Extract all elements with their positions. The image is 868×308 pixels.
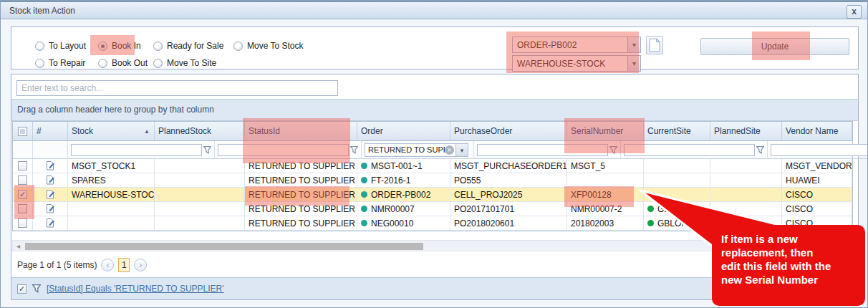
edit-icon[interactable] [46,189,55,200]
radio-to-repair[interactable]: To Repair [35,56,85,70]
update-button[interactable]: Update [700,38,849,55]
order-status-dot [361,191,367,198]
page-current[interactable]: 1 [118,258,130,272]
cell-value: MSGT_5 [571,161,605,171]
cell-order: FT-2016-1 [357,173,450,188]
radio-icon [35,59,44,68]
chevron-down-icon[interactable]: ▾ [627,56,640,71]
chevron-down-icon[interactable]: ▾ [627,37,640,52]
column-header-label: StatusId [249,126,280,136]
radio-label: Book Out [112,58,148,68]
cell-value: PO2017101701 [454,204,514,214]
filter-funnel-icon[interactable] [609,146,617,154]
callout-note: If item is a new replacement, then edit … [712,225,865,306]
column-header-purchaseOrder[interactable]: PurchaseOrder [450,122,567,141]
column-header-vendor[interactable]: Vendor Name [782,122,852,141]
column-header-currentSite[interactable]: CurrentSite [644,122,710,141]
row-edit-cell [33,216,68,231]
cell-currentSite [644,159,710,173]
warehouse-dropdown[interactable]: WAREHOUSE-STOCK ▾ [512,55,641,72]
radio-icon [233,42,243,51]
cell-value: MSGT_PURCHASEORDER1 [454,161,567,171]
warehouse-dropdown-value: WAREHOUSE-STOCK [513,59,627,69]
radio-ready-for-sale[interactable]: Ready for Sale [153,39,223,53]
cell-stock [68,216,155,231]
filter-cell-num [33,141,68,159]
column-header-cb[interactable] [13,122,33,141]
new-document-button[interactable] [646,36,663,54]
column-header-label: CurrentSite [647,126,691,136]
filter-funnel-icon[interactable] [203,146,211,154]
filter-cell-order [474,141,621,159]
radio-book-out[interactable]: Book Out [98,56,148,70]
edit-icon[interactable] [46,160,55,171]
filter-cell-statusId: RETURNED TO SUPP×▾ [362,141,474,159]
cell-value: RETURNED TO SUPPLIER [249,204,355,214]
filter-funnel-icon[interactable] [350,146,358,154]
column-header-order[interactable]: Order [357,122,450,141]
radio-selected-icon [98,42,107,51]
select-all-checkbox[interactable] [18,127,27,136]
radio-to-layout[interactable]: To Layout [35,39,86,53]
row-checkbox[interactable]: ✓ [18,190,27,199]
filter-expression-link[interactable]: [StatusId] Equals 'RETURNED TO SUPPLIER' [47,284,224,294]
cell-order: NEG00010 [357,216,450,231]
page-title: Stock item Action [9,6,75,16]
cell-order: MSGT-001~1 [357,159,450,173]
pager-summary: Page 1 of 1 (5 items) [17,260,97,270]
chevron-down-icon[interactable]: ▾ [456,143,468,157]
edit-icon[interactable] [46,203,55,214]
cell-value: RETURNED TO SUPPLIER [249,175,355,186]
row-checkbox[interactable] [18,218,27,228]
order-dropdown-value: ORDER-PB002 [513,40,627,50]
column-header-label: Order [361,126,383,136]
column-header-num[interactable]: # [33,122,68,141]
filter-input-purchaseOrder[interactable] [624,144,755,156]
radio-book-in[interactable]: Book In [98,39,141,53]
page-prev-button[interactable]: ‹ [101,259,114,271]
row-checkbox[interactable] [18,175,27,185]
row-checkbox[interactable] [18,161,27,170]
column-header-statusId[interactable]: StatusId [245,122,357,141]
order-status-dot [361,177,367,183]
radio-icon [35,42,44,51]
new-document-icon [649,38,660,52]
row-edit-cell [33,173,68,188]
order-dropdown[interactable]: ORDER-PB002 ▾ [512,37,641,53]
scroll-left-icon[interactable]: ◂ [13,242,24,250]
page-next-button[interactable]: › [134,259,147,271]
group-by-bar[interactable]: Drag a column header here to group by th… [11,99,858,121]
radio-move-to-site[interactable]: Move To Site [153,56,216,70]
filter-input-stock[interactable] [71,144,202,156]
grid-filter-row: RETURNED TO SUPP×▾ [13,141,852,159]
order-status-dot [361,163,367,169]
radio-move-to-stock[interactable]: Move To Stock [233,39,303,53]
radio-label: Ready for Sale [167,41,223,51]
filter-input-order[interactable] [477,144,608,156]
column-header-plannedStock[interactable]: PlannedStock [155,122,245,141]
clear-filter-icon[interactable]: × [445,145,454,155]
filter-input-serialNumber[interactable] [771,144,868,156]
column-header-serialNumber[interactable]: SerialNumber [567,122,644,141]
table-row[interactable]: MSGT_STOCK1RETURNED TO SUPPLIERMSGT-001~… [13,159,852,173]
close-icon[interactable]: x [847,5,862,19]
scrollbar-thumb[interactable] [25,243,423,250]
column-header-plannedSite[interactable]: PlannedSite [710,122,782,141]
filter-enabled-checkbox[interactable]: ✓ [17,284,26,294]
filter-input-plannedStock[interactable] [218,144,349,156]
grid-header-row: #Stock▲PlannedStockStatusIdOrderPurchase… [13,122,852,141]
column-header-label: SerialNumber [571,126,623,136]
edit-icon[interactable] [46,175,55,186]
statusid-filter-box[interactable]: RETURNED TO SUPP× [365,143,456,157]
column-header-stock[interactable]: Stock▲ [68,122,155,141]
filter-funnel-icon[interactable] [756,146,764,154]
order-status-dot [361,220,367,226]
column-header-label: Stock [72,126,93,136]
cell-purchaseOrder: MSGT_PURCHASEORDER1 [450,159,567,173]
statusid-filter[interactable]: RETURNED TO SUPP×▾ [365,143,468,157]
cell-plannedStock [155,159,245,173]
row-checkbox[interactable] [18,204,27,213]
search-input[interactable] [16,80,338,96]
edit-icon[interactable] [46,218,55,228]
column-header-label: # [37,126,42,136]
